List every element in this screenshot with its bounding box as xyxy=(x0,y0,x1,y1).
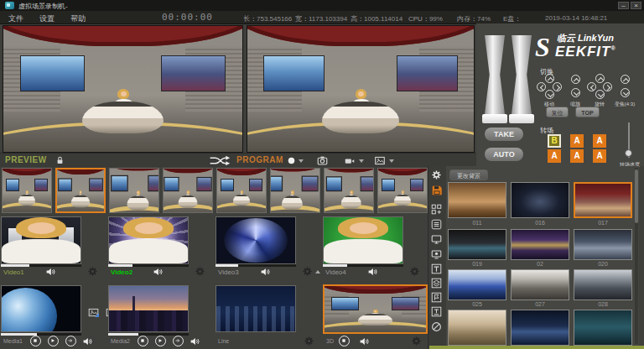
arrow-up-button[interactable] xyxy=(621,75,630,84)
gear-icon[interactable] xyxy=(195,266,205,277)
take-button[interactable]: TAKE xyxy=(485,128,523,141)
tbar-left[interactable] xyxy=(485,35,505,114)
tbar-right[interactable] xyxy=(512,35,532,114)
monitor-icon[interactable] xyxy=(431,234,442,245)
arrow-right-button[interactable] xyxy=(603,82,612,91)
next-button[interactable] xyxy=(173,336,184,346)
arrow-up-button[interactable] xyxy=(545,74,554,83)
gallery-scrollbar[interactable] xyxy=(635,168,638,344)
swap-icon[interactable] xyxy=(208,155,231,166)
scene-thumb[interactable] xyxy=(448,310,506,346)
arrow-left-button[interactable] xyxy=(587,82,596,91)
scene3d-thumb-selected[interactable] xyxy=(323,284,428,334)
arrow-right-button[interactable] xyxy=(553,82,562,91)
layers-icon[interactable] xyxy=(431,278,442,289)
camera-preset-thumb[interactable] xyxy=(109,168,159,213)
capture-dropdown-icon[interactable] xyxy=(359,159,364,163)
menu-settings[interactable]: 设置 xyxy=(39,13,55,24)
speaker-icon[interactable] xyxy=(260,267,271,277)
transition-tile-a[interactable]: A xyxy=(593,134,606,148)
tbar-right-handle[interactable] xyxy=(509,114,534,123)
gear-icon[interactable] xyxy=(302,266,313,277)
transition-a-icon[interactable] xyxy=(87,307,100,318)
minimize-button[interactable]: – xyxy=(618,2,629,9)
arrow-down-button[interactable] xyxy=(545,90,554,99)
scene-grid-icon[interactable] xyxy=(431,204,442,215)
transition-tile-a[interactable]: A xyxy=(548,149,561,163)
speaker-icon[interactable] xyxy=(153,267,164,277)
arrow-down-button[interactable] xyxy=(621,88,630,97)
stop-button[interactable] xyxy=(138,336,148,346)
video3-label[interactable]: Video3 xyxy=(218,268,239,276)
auto-button[interactable]: AUTO xyxy=(485,148,523,161)
speaker-icon[interactable] xyxy=(82,336,93,346)
video2-thumb[interactable] xyxy=(108,216,189,264)
playlist-icon[interactable] xyxy=(431,219,442,230)
scene-thumb[interactable] xyxy=(574,229,632,260)
text-icon[interactable] xyxy=(431,263,442,274)
line-label[interactable]: Line xyxy=(218,338,229,344)
arrow-down-button[interactable] xyxy=(595,90,605,99)
transition-tile-b[interactable]: B xyxy=(548,134,561,148)
video1-thumb[interactable] xyxy=(1,216,81,264)
stop-button[interactable] xyxy=(30,336,41,346)
arrow-down-button[interactable] xyxy=(571,88,580,97)
scene-thumb-selected[interactable] xyxy=(574,182,632,218)
arrow-up-button[interactable] xyxy=(571,75,580,84)
picture-icon[interactable] xyxy=(374,155,386,166)
video2-label[interactable]: Video2 xyxy=(111,268,132,276)
play-button[interactable] xyxy=(155,336,166,346)
monitor-light-icon[interactable] xyxy=(431,249,442,260)
gear-icon[interactable] xyxy=(87,266,98,277)
subtitle-icon[interactable] xyxy=(431,306,442,317)
speaker-icon[interactable] xyxy=(45,267,56,277)
scene-thumb[interactable] xyxy=(574,269,632,300)
stop-button[interactable] xyxy=(339,336,350,346)
save-icon[interactable] xyxy=(431,185,443,196)
video4-thumb[interactable] xyxy=(323,216,403,264)
next-button[interactable] xyxy=(65,336,76,346)
scene-thumb[interactable] xyxy=(448,182,506,218)
gear-icon[interactable] xyxy=(409,266,420,277)
line-thumb[interactable] xyxy=(216,285,296,332)
scene3d-label[interactable]: 3D xyxy=(326,338,334,344)
snapshot-icon[interactable] xyxy=(317,155,328,166)
menu-help[interactable]: 帮助 xyxy=(70,13,86,24)
camera-preset-thumb[interactable] xyxy=(324,168,374,213)
disabled-icon[interactable] xyxy=(431,321,442,332)
camera-preset-thumb[interactable] xyxy=(163,168,213,213)
speaker-icon[interactable] xyxy=(190,336,200,346)
camera-preset-thumb[interactable] xyxy=(377,168,428,213)
gear-icon[interactable] xyxy=(304,336,314,346)
gear-dropdown-icon[interactable] xyxy=(315,270,320,273)
media2-thumb[interactable] xyxy=(108,285,189,332)
scene-thumb[interactable] xyxy=(511,269,569,300)
media1-thumb[interactable] xyxy=(1,285,81,332)
lock-icon[interactable] xyxy=(55,155,65,165)
media2-label[interactable]: Media2 xyxy=(111,338,130,344)
close-button[interactable]: × xyxy=(631,2,641,9)
video3-thumb[interactable] xyxy=(216,216,296,264)
picture-dropdown-icon[interactable] xyxy=(389,159,394,163)
change-background-button[interactable]: 更改背景 xyxy=(449,169,488,180)
play-button[interactable] xyxy=(48,336,59,346)
scene-thumb[interactable] xyxy=(448,229,506,260)
top-button[interactable]: TOP xyxy=(575,107,600,117)
settings-gear-icon[interactable] xyxy=(431,169,442,180)
camera-preset-thumb[interactable] xyxy=(216,168,267,213)
reset-button[interactable]: 复位 xyxy=(546,107,569,117)
record-icon[interactable] xyxy=(287,156,296,165)
scene-thumb[interactable] xyxy=(574,310,632,346)
video1-label[interactable]: Video1 xyxy=(3,268,24,276)
speaker-icon[interactable] xyxy=(367,267,378,277)
scene-thumb[interactable] xyxy=(511,182,569,218)
transition-tile-a[interactable]: A xyxy=(570,134,584,148)
camera-preset-thumb-selected[interactable] xyxy=(55,168,106,213)
transition-tile-a[interactable]: A xyxy=(593,149,606,163)
media1-label[interactable]: Media1 xyxy=(3,338,23,344)
speaker-icon[interactable] xyxy=(359,336,370,346)
transition-speed-knob[interactable] xyxy=(625,149,632,157)
scene-thumb[interactable] xyxy=(511,310,569,346)
marker-icon[interactable] xyxy=(431,292,442,303)
transition-tile-a[interactable]: A xyxy=(570,149,584,163)
